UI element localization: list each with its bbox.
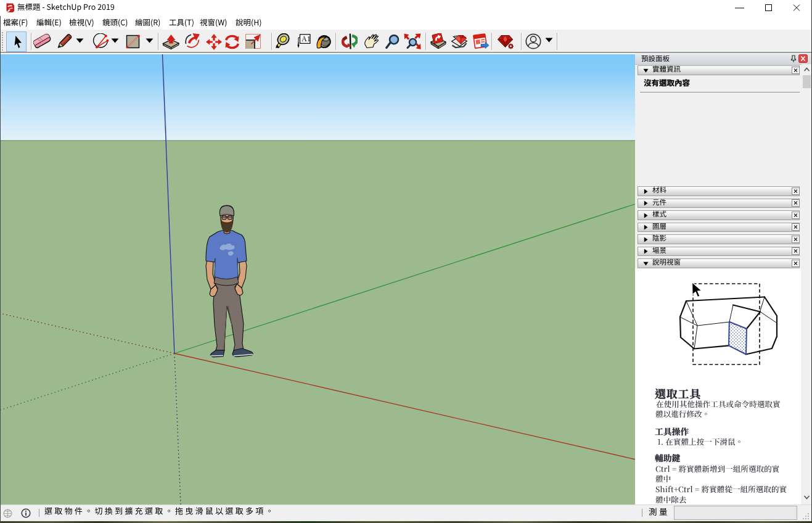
svg-text:A1: A1 [301, 35, 311, 43]
